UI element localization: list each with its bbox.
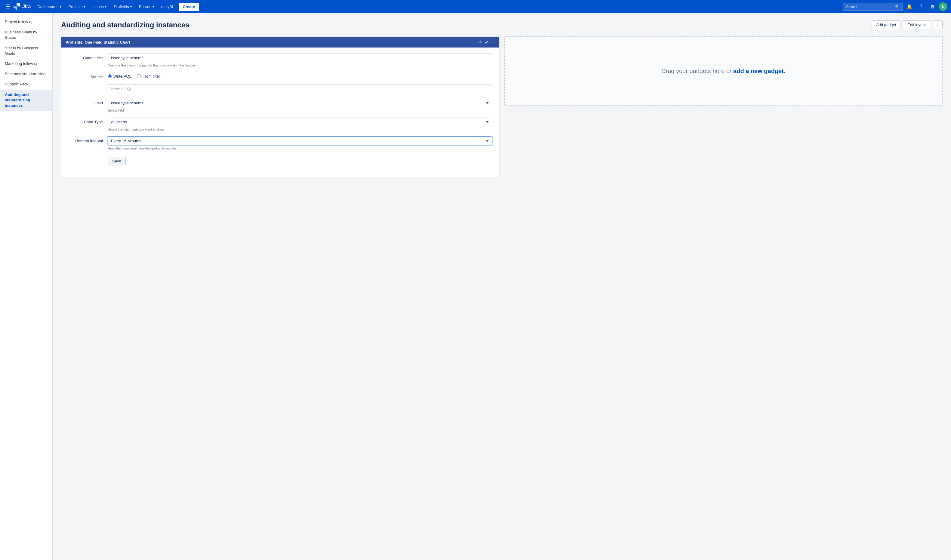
field-label: Field bbox=[69, 98, 108, 105]
sidebar-item-auditing-standardizing[interactable]: Auditing and standardizing instances bbox=[0, 90, 52, 111]
user-avatar[interactable]: U bbox=[939, 2, 947, 11]
save-wrap: Save bbox=[108, 155, 492, 165]
sidebar-item-project-follow-up[interactable]: Project follow up bbox=[0, 17, 52, 27]
gadget-body: Gadget title Override the title of the g… bbox=[62, 48, 499, 177]
sidebar-item-schemes-standardizing[interactable]: Schemes standardizing bbox=[0, 69, 52, 79]
source-label: Source bbox=[69, 72, 108, 79]
refresh-interval-wrap: Every 15 Minutes Every 30 Minutes Every … bbox=[108, 137, 492, 150]
logo-text: Jira bbox=[22, 4, 31, 9]
gadget-header-icons: ✛ ⤢ ··· bbox=[478, 40, 495, 45]
sidebar-item-status-by-business-goals[interactable]: Status by Business Goals bbox=[0, 43, 52, 58]
add-gadget-button[interactable]: Add gadget bbox=[872, 20, 901, 29]
field-wrap: Issue type scheme Select field bbox=[108, 98, 492, 112]
form-row-chart-type: Chart Type All charts Select the chart t… bbox=[69, 118, 492, 131]
jira-logo[interactable]: Jira bbox=[13, 3, 31, 10]
pql-wrap bbox=[108, 85, 492, 93]
field-hint: Select field bbox=[108, 109, 492, 112]
pql-input[interactable] bbox=[108, 85, 492, 93]
expand-icon[interactable]: ⤢ bbox=[485, 40, 488, 45]
help-icon[interactable]: ? bbox=[916, 2, 926, 11]
refresh-interval-label: Refresh Interval bbox=[69, 137, 108, 143]
top-navigation: ☰ Jira Dashboards ▾ Projects ▾ Issues ▾ … bbox=[0, 0, 951, 13]
search-box[interactable]: 🔍 bbox=[843, 3, 903, 11]
source-from-filter-label: From filter bbox=[143, 74, 160, 78]
form-row-source: Source Write PQL From filter bbox=[69, 72, 492, 79]
gadget-title-hint: Override the title of the gadget that is… bbox=[108, 63, 492, 67]
gadget-title-label: Gadget title bbox=[69, 54, 108, 60]
notifications-icon[interactable]: 🔔 bbox=[905, 2, 914, 11]
save-spacer bbox=[69, 155, 108, 158]
form-row-gadget-title: Gadget title Override the title of the g… bbox=[69, 54, 492, 67]
source-write-pql-option[interactable]: Write PQL bbox=[108, 74, 131, 78]
nav-dashboards[interactable]: Dashboards ▾ bbox=[34, 3, 64, 11]
source-radio-group: Write PQL From filter bbox=[108, 72, 492, 78]
dashboards-chevron-icon: ▾ bbox=[60, 5, 62, 8]
drop-zone[interactable]: Drag your gadgets here or add a new gadg… bbox=[505, 36, 943, 106]
sidebar-item-support-pack[interactable]: Support Pack bbox=[0, 79, 52, 89]
gadget-more-icon[interactable]: ··· bbox=[491, 40, 495, 45]
source-write-pql-radio[interactable] bbox=[108, 74, 112, 78]
refresh-interval-hint: How often you would like this gadget to … bbox=[108, 146, 492, 150]
profields-chevron-icon: ▾ bbox=[130, 5, 132, 8]
header-actions: Add gadget Edit layout ··· bbox=[872, 20, 943, 29]
source-from-filter-option[interactable]: From filter bbox=[137, 74, 160, 78]
nav-profields[interactable]: Profields ▾ bbox=[111, 3, 135, 11]
issues-chevron-icon: ▾ bbox=[105, 5, 106, 8]
nav-issues[interactable]: Issues ▾ bbox=[89, 3, 110, 11]
more-options-button[interactable]: ··· bbox=[933, 20, 943, 29]
topnav-right-section: 🔍 🔔 ? ⚙ U bbox=[843, 2, 947, 11]
chart-type-select[interactable]: All charts bbox=[108, 118, 492, 126]
drag-icon[interactable]: ✛ bbox=[478, 40, 482, 45]
chart-type-label: Chart Type bbox=[69, 118, 108, 124]
settings-icon[interactable]: ⚙ bbox=[928, 2, 937, 11]
nav-boards[interactable]: Boards ▾ bbox=[136, 3, 157, 11]
page-wrapper: Project follow up Business Goals by Stat… bbox=[0, 0, 951, 560]
chart-type-wrap: All charts Select the chart type you wan… bbox=[108, 118, 492, 131]
refresh-interval-select[interactable]: Every 15 Minutes Every 30 Minutes Every … bbox=[108, 137, 492, 145]
form-row-field: Field Issue type scheme Select field bbox=[69, 98, 492, 112]
pql-label bbox=[69, 85, 108, 87]
sidebar: Project follow up Business Goals by Stat… bbox=[0, 13, 52, 560]
source-wrap: Write PQL From filter bbox=[108, 72, 492, 78]
nav-eazybi[interactable]: eazyBI bbox=[158, 3, 176, 11]
sidebar-item-business-goals-by-status[interactable]: Business Goals by Status bbox=[0, 27, 52, 43]
boards-chevron-icon: ▾ bbox=[152, 5, 154, 8]
dashboard-grid: Profields: One Field Statistic Chart ✛ ⤢… bbox=[61, 36, 943, 177]
sidebar-item-marketing-follow-up[interactable]: Marketing follow up bbox=[0, 58, 52, 69]
projects-chevron-icon: ▾ bbox=[84, 5, 85, 8]
gadget-title-input[interactable] bbox=[108, 54, 492, 62]
form-row-save: Save bbox=[69, 155, 492, 165]
main-content: Auditing and standardizing instances Add… bbox=[52, 13, 951, 560]
search-icon: 🔍 bbox=[895, 5, 900, 9]
gadget-header: Profields: One Field Statistic Chart ✛ ⤢… bbox=[62, 37, 499, 48]
chart-type-hint: Select the chart type you want to show bbox=[108, 128, 492, 131]
source-write-pql-label: Write PQL bbox=[113, 74, 131, 78]
edit-layout-button[interactable]: Edit layout bbox=[903, 20, 930, 29]
create-button[interactable]: Create bbox=[179, 3, 199, 11]
drop-zone-text: Drag your gadgets here or add a new gadg… bbox=[662, 68, 785, 75]
page-header: Auditing and standardizing instances Add… bbox=[61, 20, 943, 29]
field-select[interactable]: Issue type scheme bbox=[108, 98, 492, 108]
content-area: Project follow up Business Goals by Stat… bbox=[0, 13, 951, 560]
save-button[interactable]: Save bbox=[108, 157, 126, 165]
menu-icon[interactable]: ☰ bbox=[4, 2, 12, 12]
search-input[interactable] bbox=[846, 5, 893, 9]
gadget-card: Profields: One Field Statistic Chart ✛ ⤢… bbox=[61, 36, 500, 177]
add-new-gadget-link[interactable]: add a new gadget. bbox=[733, 68, 785, 74]
gadget-header-title: Profields: One Field Statistic Chart bbox=[66, 40, 478, 45]
drop-zone-text-before: Drag your gadgets here or bbox=[662, 68, 733, 74]
source-from-filter-radio[interactable] bbox=[137, 74, 141, 78]
form-row-refresh-interval: Refresh Interval Every 15 Minutes Every … bbox=[69, 137, 492, 150]
page-title: Auditing and standardizing instances bbox=[61, 21, 872, 29]
gadget-title-wrap: Override the title of the gadget that is… bbox=[108, 54, 492, 67]
form-row-pql bbox=[69, 85, 492, 93]
nav-projects[interactable]: Projects ▾ bbox=[66, 3, 88, 11]
